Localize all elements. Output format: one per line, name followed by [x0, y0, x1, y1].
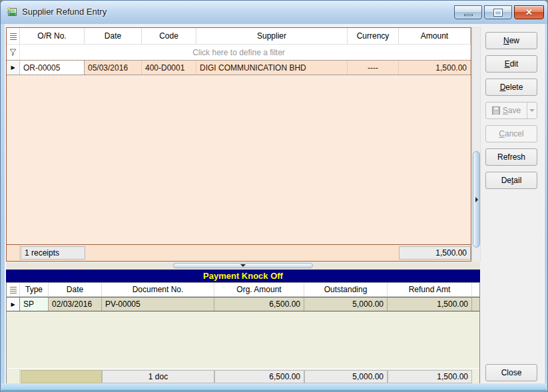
column-header-document-no[interactable]: Document No. — [102, 283, 214, 296]
cancel-button-label: Cancel — [499, 129, 523, 138]
column-header-type[interactable]: Type — [20, 283, 49, 296]
column-header-supplier[interactable]: Supplier — [196, 28, 348, 44]
list-icon — [10, 33, 17, 40]
knock-off-grid-empty-area — [7, 311, 479, 368]
cancel-button[interactable]: Cancel — [485, 125, 537, 142]
column-header-currency[interactable]: Currency — [348, 28, 399, 44]
app-icon — [7, 7, 18, 17]
cell-currency[interactable]: ---- — [348, 61, 399, 75]
cell-code[interactable]: 400-D0001 — [142, 61, 196, 75]
delete-button-label: Delete — [500, 83, 523, 92]
chevron-down-icon — [240, 264, 246, 267]
save-dropdown-button[interactable] — [527, 102, 537, 118]
vertical-splitter-track — [472, 27, 481, 262]
cell-org-amount[interactable]: 6,500.00 — [214, 297, 304, 311]
knock-off-grid: Type Date Document No. Org. Amount Outst… — [6, 282, 480, 385]
new-button[interactable]: New — [485, 32, 537, 49]
vertical-splitter-handle[interactable] — [473, 151, 480, 248]
list-icon — [10, 286, 17, 294]
horizontal-splitter-handle[interactable] — [173, 263, 313, 268]
edit-button[interactable]: Edit — [485, 55, 537, 73]
row-indicator-icon: ▶ — [7, 297, 20, 311]
filter-row[interactable]: Click here to define a filter — [7, 45, 471, 60]
titlebar[interactable]: Supplier Refund Entry ✕ — [1, 1, 547, 24]
delete-button[interactable]: Delete — [485, 79, 537, 96]
save-button-main[interactable]: Save — [486, 102, 527, 118]
filter-prompt[interactable]: Click here to define a filter — [7, 45, 471, 60]
knock-off-grid-header: Type Date Document No. Org. Amount Outst… — [7, 283, 479, 297]
row-indicator-icon: ▶ — [7, 61, 20, 75]
refresh-button[interactable]: Refresh — [485, 148, 537, 166]
detail-button-label: Detail — [501, 176, 522, 185]
cell-document-no[interactable]: PV-00005 — [102, 297, 214, 311]
cell-supplier[interactable]: DIGI COMMUNICATION BHD — [196, 61, 348, 75]
window-title: Supplier Refund Entry — [22, 7, 107, 17]
cell-or-no[interactable]: OR-00005 — [20, 61, 85, 75]
footer-gutter — [7, 245, 20, 261]
column-header-refund-amt[interactable]: Refund Amt — [388, 283, 472, 296]
close-window-button[interactable]: ✕ — [514, 5, 544, 19]
receipts-grid-header: O/R No. Date Code Supplier Currency Amou… — [7, 28, 471, 45]
receipts-grid-empty-area — [7, 75, 471, 244]
minimize-icon — [464, 14, 473, 16]
dropdown-arrow-icon — [529, 109, 535, 112]
close-button[interactable]: Close — [485, 364, 537, 381]
column-header-amount[interactable]: Amount — [399, 28, 471, 44]
close-button-label: Close — [501, 368, 522, 377]
cell-refund-amt[interactable]: 1,500.00 — [388, 297, 472, 311]
new-button-label: New — [503, 36, 519, 45]
org-amount-total: 6,500.00 — [214, 370, 304, 383]
receipts-amount-total: 1,500.00 — [399, 246, 471, 260]
knock-off-row[interactable]: ▶ SP 02/03/2016 PV-00005 6,500.00 5,000.… — [7, 297, 479, 311]
client-area: O/R No. Date Code Supplier Currency Amou… — [5, 24, 545, 384]
cell-outstanding[interactable]: 5,000.00 — [304, 297, 388, 311]
column-header-date[interactable]: Date — [85, 28, 142, 44]
cell-date[interactable]: 05/03/2016 — [85, 61, 142, 75]
column-header-org-amount[interactable]: Org. Amount — [214, 283, 304, 296]
window-controls: ✕ — [454, 5, 544, 19]
detail-button[interactable]: Detail — [485, 172, 537, 189]
supplier-refund-entry-window: Supplier Refund Entry ✕ O/R No. Date Cod… — [0, 0, 548, 392]
maximize-button[interactable] — [484, 5, 512, 19]
column-chooser-button[interactable] — [7, 28, 20, 44]
receipts-grid-footer: 1 receipts 1,500.00 — [7, 244, 471, 261]
cell-type[interactable]: SP — [20, 297, 49, 311]
minimize-button[interactable] — [454, 5, 482, 19]
footer-gutter — [7, 369, 20, 384]
close-icon: ✕ — [525, 8, 533, 17]
edit-button-label: Edit — [505, 59, 519, 69]
save-button-label: Save — [503, 106, 521, 115]
maximize-icon — [494, 9, 502, 16]
receipt-row[interactable]: ▶ OR-00005 05/03/2016 400-D0001 DIGI COM… — [7, 60, 471, 75]
receipts-count: 1 receipts — [21, 246, 85, 260]
window-bottom-frame — [1, 383, 547, 391]
refund-amt-total: 1,500.00 — [388, 370, 472, 383]
column-header-or-no[interactable]: O/R No. — [20, 28, 85, 44]
cell-amount[interactable]: 1,500.00 — [399, 61, 471, 75]
column-header-code[interactable]: Code — [142, 28, 196, 44]
save-button[interactable]: Save — [485, 102, 537, 119]
column-header-date[interactable]: Date — [49, 283, 102, 296]
column-chooser-button[interactable] — [7, 283, 20, 296]
column-header-outstanding[interactable]: Outstanding — [304, 283, 388, 296]
doc-count: 1 doc — [102, 370, 214, 383]
payment-knock-off-title: Payment Knock Off — [203, 271, 283, 281]
refresh-button-label: Refresh — [497, 152, 525, 162]
receipts-grid: O/R No. Date Code Supplier Currency Amou… — [6, 27, 471, 262]
payment-knock-off-bar: Payment Knock Off — [6, 270, 480, 282]
chevron-right-icon — [475, 197, 478, 202]
knock-off-grid-footer: 1 doc 6,500.00 5,000.00 1,500.00 — [7, 368, 479, 384]
horizontal-splitter-track — [6, 262, 480, 270]
cell-date[interactable]: 02/03/2016 — [49, 297, 102, 311]
footer-selection-box — [21, 370, 102, 383]
outstanding-total: 5,000.00 — [304, 370, 388, 383]
floppy-disk-icon — [492, 106, 500, 114]
